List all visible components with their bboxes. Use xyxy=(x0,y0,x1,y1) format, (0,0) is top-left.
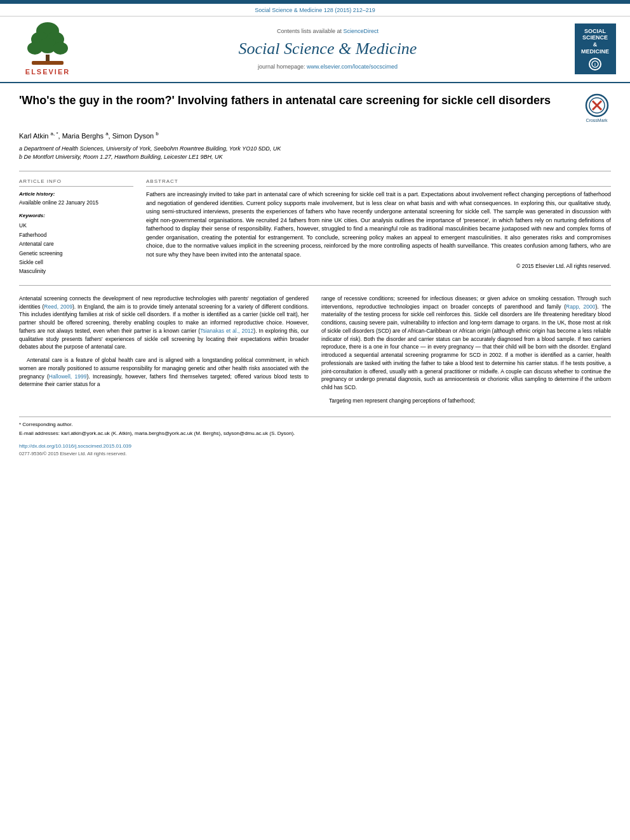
body-para-4: Targeting men represent changing percept… xyxy=(321,397,611,405)
journal-cover: SOCIALSCIENCE&MEDICINE i xyxy=(573,23,617,74)
cover-icon-circle: i xyxy=(589,58,601,70)
abstract-text: Fathers are increasingly invited to take… xyxy=(146,190,611,259)
svg-point-5 xyxy=(53,42,68,55)
journal-volume-text: Social Science & Medicine 128 (2015) 212… xyxy=(255,7,375,13)
main-content: 'Who's the guy in the room?' Involving f… xyxy=(0,83,630,467)
copyright: © 2015 Elsevier Ltd. All rights reserved… xyxy=(146,263,611,270)
body-para-2: Antenatal care is a feature of global he… xyxy=(19,356,309,389)
body-left-col: Antenatal screening connects the develop… xyxy=(19,295,309,410)
email-label: E-mail addresses: xyxy=(19,430,60,436)
history-label: Article history: xyxy=(19,190,133,197)
footnotes: * Corresponding author. E-mail addresses… xyxy=(19,417,611,457)
homepage-label: journal homepage: xyxy=(258,63,305,70)
body-para-1: Antenatal screening connects the develop… xyxy=(19,295,309,351)
journal-title: Social Science & Medicine xyxy=(83,37,573,60)
abstract-col: ABSTRACT Fathers are increasingly invite… xyxy=(146,178,611,276)
keyword-1: Fatherhood xyxy=(19,230,133,239)
contents-link: Contents lists available at ScienceDirec… xyxy=(83,27,573,36)
svg-rect-7 xyxy=(32,61,64,65)
article-info-abstract-section: ARTICLE INFO Article history: Available … xyxy=(19,171,611,276)
affiliation-b: b De Montfort University, Room 1.27, Haw… xyxy=(19,153,611,162)
keywords-label: Keywords: xyxy=(19,212,133,219)
authors: Karl Atkin a, *, Maria Berghs a, Simon D… xyxy=(19,130,611,141)
crossmark-icon xyxy=(585,93,609,117)
keyword-3: Genetic screening xyxy=(19,249,133,258)
reed-2009-link[interactable]: Reed, 2009 xyxy=(44,303,72,310)
abstract-heading: ABSTRACT xyxy=(146,178,611,187)
keyword-2: Antenatal care xyxy=(19,239,133,248)
corresponding-note: * Corresponding author. xyxy=(19,421,611,429)
elsevier-tree-icon xyxy=(22,22,73,66)
journal-name-bar: Social Science & Medicine 128 (2015) 212… xyxy=(0,4,630,17)
tsianakas-link[interactable]: Tsianakas et al., 2012 xyxy=(200,328,253,334)
keyword-0: UK xyxy=(19,221,133,230)
cover-text: SOCIALSCIENCE&MEDICINE xyxy=(581,28,609,55)
affiliation-a: a Department of Health Sciences, Univers… xyxy=(19,145,611,154)
doi-link[interactable]: http://dx.doi.org/10.1016/j.socscimed.20… xyxy=(19,443,131,449)
header-area: ELSEVIER Contents lists available at Sci… xyxy=(0,17,630,83)
body-two-col: Antenatal screening connects the develop… xyxy=(19,295,611,410)
keyword-5: Masculinity xyxy=(19,267,133,276)
article-title: 'Who's the guy in the room?' Involving f… xyxy=(19,93,576,108)
keyword-4: Sickle cell xyxy=(19,258,133,267)
elsevier-label: ELSEVIER xyxy=(25,67,70,77)
sciencedirect-link[interactable]: ScienceDirect xyxy=(344,28,379,34)
cover-icon: i xyxy=(591,60,599,68)
rapp-2000-link[interactable]: Rapp, 2000 xyxy=(566,303,595,310)
header-center: Contents lists available at ScienceDirec… xyxy=(83,27,573,72)
body-right-col: range of recessive conditions; screened … xyxy=(321,295,611,410)
email-footnote: E-mail addresses: karl.atkin@york.ac.uk … xyxy=(19,430,611,437)
homepage-link[interactable]: www.elsevier.com/locate/socscimed xyxy=(307,63,398,70)
affiliations: a Department of Health Sciences, Univers… xyxy=(19,145,611,162)
journal-homepage: journal homepage: www.elsevier.com/locat… xyxy=(83,63,573,71)
crossmark-area: CrossMark xyxy=(582,93,611,124)
issn-line: 0277-9536/© 2015 Elsevier Ltd. All right… xyxy=(19,450,611,457)
body-para-3: range of recessive conditions; screened … xyxy=(321,295,611,392)
email-values: karl.atkin@york.ac.uk (K. Atkin), maria.… xyxy=(61,430,295,436)
article-info-heading: ARTICLE INFO xyxy=(19,178,133,187)
article-title-section: 'Who's the guy in the room?' Involving f… xyxy=(19,93,611,124)
page: Social Science & Medicine 128 (2015) 212… xyxy=(0,0,630,467)
history-value: Available online 22 January 2015 xyxy=(19,199,133,207)
cover-box: SOCIALSCIENCE&MEDICINE i xyxy=(575,23,616,74)
keywords-list: UK Fatherhood Antenatal care Genetic scr… xyxy=(19,221,133,276)
elsevier-logo: ELSEVIER xyxy=(13,22,83,77)
crossmark-label: CrossMark xyxy=(586,117,608,124)
hallowell-link[interactable]: Hallowell, 1999 xyxy=(49,373,87,380)
doi-line: http://dx.doi.org/10.1016/j.socscimed.20… xyxy=(19,443,611,450)
article-info-col: ARTICLE INFO Article history: Available … xyxy=(19,178,133,276)
section-divider xyxy=(19,285,611,286)
contents-text: Contents lists available at xyxy=(277,28,342,34)
svg-text:i: i xyxy=(594,62,596,67)
